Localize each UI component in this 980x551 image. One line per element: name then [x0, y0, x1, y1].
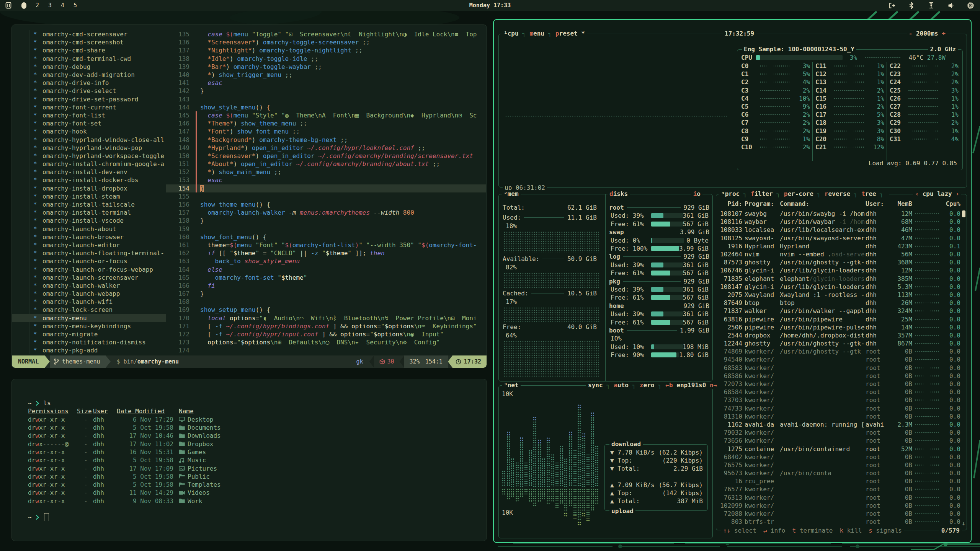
process-row[interactable]: 68586kworker/root0B0.0 — [720, 372, 964, 380]
file-list-item[interactable]: *omarchy-launch-wifi — [12, 298, 166, 306]
code-line[interactable]: 135 case $(menu "Toggle" "⊡ Screensaver\… — [166, 30, 486, 38]
process-row[interactable]: 108033localsea/usr/lib/localsearch-exdhh… — [720, 226, 964, 234]
process-row[interactable]: 108116waybar/usr/bin/waybar -i /homdhh68… — [720, 218, 964, 226]
file-list-item[interactable]: *omarchy-cmd-share — [12, 46, 166, 54]
code-line[interactable]: 169show_setup_menu() { — [166, 306, 486, 314]
process-row[interactable]: 81310kworker/root0B0.0 — [720, 412, 964, 421]
code-line[interactable]: 147 *Font*) show_font_menu ;; — [166, 127, 486, 135]
file-list-item[interactable]: *omarchy-cmd-terminal-cwd — [12, 55, 166, 63]
process-row[interactable]: 102099kworker/root0B0.0 — [720, 502, 964, 510]
code-line[interactable]: 148 *Background*) omarchy-theme-bg-next … — [166, 135, 486, 143]
info-action[interactable]: ↵ info — [763, 527, 786, 534]
code-line[interactable]: 143 — [166, 95, 486, 103]
code-line[interactable]: 168 — [166, 298, 486, 306]
file-list-item[interactable]: *omarchy-launch-editor — [12, 241, 166, 249]
code-line[interactable]: 170 local options="◖ Audio\n◠ Wifi\nᛒ Bl… — [166, 314, 486, 322]
process-row[interactable]: 68402kworker/root0B0.0 — [720, 453, 964, 461]
process-row[interactable]: 71837walker/usr/bin/walker --gappldhh324… — [720, 307, 964, 315]
code-line[interactable]: 162 if [[ "$theme" = "CNCLD" || -z "$the… — [166, 249, 486, 257]
file-list-item[interactable]: *omarchy-drive-set-password — [12, 95, 166, 103]
process-row[interactable]: 74733kworker/root0B0.0 — [720, 404, 964, 412]
code-line[interactable]: 172 [ -f ~/.config/hypr/input.conf ] && … — [166, 330, 486, 338]
process-row[interactable]: 108107swaybg/usr/bin/swaybg -i /homdhh12… — [720, 210, 964, 218]
col-pid[interactable]: Pid: — [727, 200, 745, 207]
process-row[interactable]: 68584kworker/root0B0.0 — [720, 388, 964, 396]
file-list-item[interactable]: *omarchy-install-steam — [12, 192, 166, 201]
file-list-item[interactable]: *omarchy-migrate — [12, 330, 166, 338]
auto-button[interactable]: auto — [614, 381, 629, 389]
file-list-item[interactable]: *omarchy-dev-add-migration — [12, 71, 166, 79]
process-row[interactable]: 63816pipewire/usr/bin/pipewiredhh25M0.0 — [720, 315, 964, 323]
bluetooth-icon[interactable] — [907, 2, 915, 10]
file-list-item[interactable]: *omarchy-launch-about — [12, 225, 166, 233]
file-list-item[interactable]: *omarchy-install-dropbox — [12, 184, 166, 192]
process-row[interactable]: 1275containe/usr/bin/containerdroot52M0.… — [720, 445, 964, 453]
workspace-3[interactable]: 3 — [48, 2, 52, 9]
workspace-1-active[interactable] — [21, 2, 26, 9]
iface-prev-button[interactable]: ←b — [665, 381, 676, 389]
code-line[interactable]: 164 else — [166, 265, 486, 273]
process-row[interactable]: 74869kworker//usr/bin/ghostty --gtkroot0… — [720, 347, 964, 355]
file-list-item[interactable]: *omarchy-launch-screensaver — [12, 274, 166, 282]
code-line[interactable]: 157 omarchy-launch-walker -m menus:omarc… — [166, 209, 486, 217]
select-action[interactable]: ↑↓ select — [723, 527, 756, 534]
process-row[interactable]: 108125swayosd-/usr/bin/swayosd-serverdhh… — [720, 234, 964, 242]
process-row[interactable]: 76577kworker/root0B0.0 — [720, 485, 964, 493]
file-list-item[interactable]: *omarchy-install-vscode — [12, 217, 166, 225]
scroll-down-arrow[interactable]: ↓ — [962, 520, 965, 527]
file-list-item[interactable]: *omarchy-pkg-add — [12, 346, 166, 354]
process-row[interactable]: 803btrfs-trroot0B0.0 — [720, 518, 964, 526]
io-toggle[interactable]: io — [691, 190, 702, 197]
file-list-item[interactable]: *omarchy-launch-walker — [12, 282, 166, 290]
code-line[interactable]: 173 options="$options\n⊞ Defaults\n◯ DNS… — [166, 338, 486, 346]
file-list-item[interactable]: *omarchy-launch-or-focus — [12, 257, 166, 265]
terminal-cursor[interactable] — [44, 513, 49, 521]
process-row[interactable]: 2506pipewire/usr/bin/pipewire-pulsedhh14… — [720, 323, 964, 331]
reverse-button[interactable]: reverse — [825, 190, 850, 197]
terminate-action[interactable]: t terminate — [792, 527, 833, 534]
zero-button[interactable]: zero — [640, 381, 655, 389]
interval-minus-button[interactable]: - — [909, 30, 916, 37]
filter-button[interactable]: filter — [751, 190, 773, 197]
logout-icon[interactable] — [888, 2, 896, 10]
chip-icon[interactable] — [967, 2, 975, 10]
file-list-item[interactable]: *omarchy-hyprland-window-pop — [12, 144, 166, 152]
process-row[interactable]: 71835elephantelephant/glycin-loadersdhh3… — [720, 275, 964, 283]
file-list-item[interactable]: *omarchy-cmd-screensaver — [12, 30, 166, 38]
process-row[interactable]: 102464nvimnvim --embed .osd-serverdhh56M… — [720, 250, 964, 258]
omarchy-logo-icon[interactable] — [5, 2, 12, 9]
process-row[interactable]: 1916HyprlandHyprlanddhh423M0.1 — [720, 242, 964, 250]
code-line[interactable]: 144show_style_menu() { — [166, 103, 486, 111]
code-line[interactable]: 136 *Screensaver*) omarchy-toggle-screen… — [166, 38, 486, 46]
process-row[interactable]: 108147glycin-i/usr/lib/glycin-loadersdhh… — [720, 283, 964, 291]
file-list-item[interactable]: *omarchy-font-current — [12, 103, 166, 111]
file-list-item[interactable]: *omarchy-install-dev-env — [12, 168, 166, 176]
code-line[interactable]: 165 omarchy-font-set "$theme" — [166, 274, 486, 282]
process-row[interactable]: 79032kworker/root0B0.0 — [720, 429, 964, 437]
process-row[interactable]: 76575kworker/root0B0.0 — [720, 461, 964, 469]
process-row[interactable]: 1162avahi-daavahi-daemon: running [avahi… — [720, 421, 964, 429]
code-line[interactable]: 139 *Bar*) omarchy-toggle-waybar ;; — [166, 63, 486, 71]
file-list-item[interactable]: *omarchy-hyprland-workspace-toggle — [12, 152, 166, 160]
code-line[interactable]: 140 *) show_trigger_menu ;; — [166, 71, 486, 79]
col-cpu[interactable]: Cpu% — [946, 200, 960, 207]
code-line[interactable]: 150 *Screensaver*) open_in_editor ~/.con… — [166, 152, 486, 160]
process-row[interactable]: 87649btopbtopdhh26M0.0 — [720, 299, 964, 307]
code-line[interactable]: 141 esac — [166, 79, 486, 87]
process-row[interactable]: 2544dropbox/home/dhh/.dropbox-distdhh357… — [720, 331, 964, 339]
col-command[interactable]: Command: — [780, 200, 866, 207]
code-line[interactable]: 158} — [166, 217, 486, 225]
file-list-item[interactable]: *omarchy-launch-floating-terminal- — [12, 249, 166, 257]
process-row[interactable]: 87573ghostty/usr/bin/ghostty --gtk-dhh36… — [720, 258, 964, 266]
col-program[interactable]: Program: — [745, 200, 780, 207]
process-row[interactable]: 72073kworker/root0B0.0 — [720, 380, 964, 388]
preset-button[interactable]: preset — [555, 30, 578, 37]
code-line[interactable]: 153 esac — [166, 176, 486, 184]
code-line[interactable]: 151 *About*) open_in_editor ~/.config/om… — [166, 160, 486, 168]
process-row[interactable]: 2075XwaylandXwayland :1 -rootless -dhh11… — [720, 291, 964, 299]
file-list-item[interactable]: *omarchy-notification-dismiss — [12, 338, 166, 346]
file-list-item[interactable]: *omarchy-debug — [12, 63, 166, 71]
tree-button[interactable]: tree — [861, 190, 876, 197]
volume-icon[interactable] — [947, 2, 955, 10]
kill-action[interactable]: k kill — [840, 527, 862, 534]
